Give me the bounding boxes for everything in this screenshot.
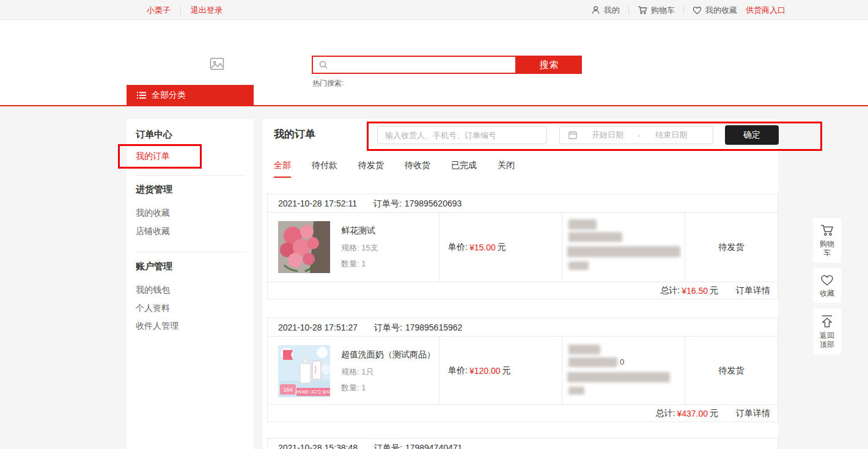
sidebar-section-account-mgmt: 账户管理 [136, 261, 172, 272]
order-footer: 总计: ¥437.00 元 订单详情 [268, 404, 778, 422]
order-detail-link[interactable]: 订单详情 [736, 408, 770, 419]
product-name[interactable]: 鲜花测试 [341, 225, 378, 236]
order-no: 179895615962 [405, 318, 462, 336]
order-no-label: 订单号: [374, 439, 402, 449]
unit-price-suffix: 元 [502, 365, 511, 376]
end-date-placeholder[interactable]: 结束日期 [655, 130, 687, 141]
search-input[interactable] [328, 57, 515, 73]
float-toolbar: 购物车 收藏 返回顶部 [813, 218, 841, 354]
sidebar-section-purchase-mgmt: 进货管理 [136, 184, 172, 195]
tab-all[interactable]: 全部 [274, 160, 291, 178]
divider [134, 252, 246, 252]
order-header: 2021-10-28 17:51:27 订单号: 179895615962 [268, 318, 778, 337]
unit-price-cell: 单价: ¥120.00 元 [439, 337, 562, 404]
back-to-top-button[interactable]: 返回顶部 [813, 308, 841, 354]
tab-pending-receipt[interactable]: 待收货 [405, 160, 430, 178]
sidebar-item-my-favorites[interactable]: 我的收藏 [136, 208, 170, 219]
recipient-visible-fragment: 0 [620, 357, 624, 367]
unit-price-cell: 单价: ¥15.00 元 [439, 213, 562, 282]
product-cell: 鲜花测试 规格: 15支 数量: 1 [268, 213, 439, 282]
order-datetime: 2021-10-28 15:38:48 [278, 439, 358, 449]
main-panel: 我的订单 开始日期 - 结束日期 确定 全部 待付款 待发货 待收货 已完成 关… [263, 119, 778, 449]
total-value: ¥437.00 [677, 409, 708, 418]
username-link[interactable]: 小栗子 [147, 5, 171, 16]
search-box [312, 56, 517, 74]
total-value: ¥16.50 [682, 286, 708, 296]
divider [628, 6, 629, 14]
order-body: 鲜花测试 规格: 15支 数量: 1 单价: ¥15.00 元 待发货 [268, 213, 778, 282]
menu-list-icon [137, 92, 146, 99]
total-label: 总计: [656, 408, 675, 419]
product-quantity: 数量: 1 [341, 382, 435, 393]
sidebar-item-my-wallet[interactable]: 我的钱包 [136, 285, 170, 296]
hot-search-label: 热门搜索: [312, 78, 344, 89]
sidebar-item-my-orders[interactable]: 我的订单 [136, 151, 170, 162]
sidebar-item-profile[interactable]: 个人资料 [136, 303, 170, 314]
date-range-picker[interactable]: 开始日期 - 结束日期 [559, 126, 713, 144]
date-separator: - [638, 131, 641, 140]
redacted-text [568, 345, 600, 354]
divider [180, 6, 181, 14]
product-cell: 184 2件8折! 买2立省92 超值洗面奶（测试商品） 规格: 1只 数量: … [268, 337, 439, 404]
recipient-cell-redacted [562, 213, 685, 282]
redacted-text [568, 219, 597, 230]
unit-price-label: 单价: [448, 242, 468, 253]
my-account-label: 我的 [604, 5, 620, 16]
calendar-icon [568, 131, 577, 139]
sidebar: 订单中心 我的订单 进货管理 我的收藏 店铺收藏 账户管理 我的钱包 个人资料 … [127, 119, 254, 449]
cart-link[interactable]: 购物车 [638, 5, 675, 16]
product-spec: 规格: 15支 [341, 243, 378, 254]
page-title: 我的订单 [274, 127, 315, 141]
image-badge-price: 184 [283, 387, 292, 393]
total-label: 总计: [660, 285, 680, 296]
logout-link[interactable]: 退出登录 [191, 5, 223, 16]
page: 小栗子 退出登录 我的 购物车 我 [0, 0, 868, 449]
tab-completed[interactable]: 已完成 [451, 160, 477, 178]
favorites-label: 我的收藏 [705, 5, 737, 16]
sidebar-section-order-center: 订单中心 [136, 129, 172, 141]
topbar: 小栗子 退出登录 我的 购物车 我 [0, 0, 868, 20]
supplier-entrance-link[interactable]: 供货商入口 [746, 5, 785, 16]
all-categories-label: 全部分类 [152, 90, 186, 101]
product-image-cleanser[interactable]: 184 2件8折! 买2立省92 [278, 345, 330, 397]
product-name[interactable]: 超值洗面奶（测试商品） [341, 349, 435, 360]
start-date-placeholder[interactable]: 开始日期 [592, 130, 623, 141]
order-no: 179895620693 [405, 194, 462, 212]
recipient-cell-redacted: 0 [562, 337, 685, 404]
sidebar-item-recipient-mgmt[interactable]: 收件人管理 [136, 321, 178, 332]
back-to-top-label: 返回顶部 [819, 331, 835, 349]
unit-price-value: ¥15.00 [469, 243, 496, 252]
tab-pending-shipment[interactable]: 待发货 [358, 160, 384, 178]
heart-icon [693, 6, 702, 15]
favorites-link[interactable]: 我的收藏 [693, 5, 737, 16]
redacted-text [568, 232, 622, 242]
float-favorite-button[interactable]: 收藏 [813, 268, 841, 303]
unit-price-value: ¥120.00 [469, 366, 501, 376]
float-cart-label: 购物车 [819, 239, 835, 258]
tab-pending-payment[interactable]: 待付款 [312, 160, 337, 178]
total-suffix: 元 [710, 285, 718, 296]
unit-price-label: 单价: [448, 365, 468, 376]
order-datetime: 2021-10-28 17:51:27 [278, 318, 358, 336]
float-cart-button[interactable]: 购物车 [813, 218, 841, 263]
order-detail-link[interactable]: 订单详情 [736, 285, 770, 296]
cart-label: 购物车 [651, 5, 675, 16]
order-no-label: 订单号: [374, 318, 402, 336]
search-icon [318, 60, 328, 70]
order-keyword-input[interactable] [377, 126, 547, 144]
redacted-text [568, 357, 617, 367]
confirm-button[interactable]: 确定 [725, 125, 779, 145]
redacted-text [567, 372, 670, 382]
product-image-flowers[interactable] [278, 221, 330, 273]
image-badge-promo: 2件8折! 买2立省92 [295, 390, 330, 395]
product-info: 超值洗面奶（测试商品） 规格: 1只 数量: 1 [341, 349, 435, 398]
my-account-link[interactable]: 我的 [591, 5, 620, 16]
sidebar-item-shop-favorites[interactable]: 店铺收藏 [136, 226, 170, 237]
order-card: 2021-10-28 15:38:48 订单号: 179894740471 [267, 438, 778, 449]
all-categories-button[interactable]: 全部分类 [127, 85, 254, 105]
tab-closed[interactable]: 关闭 [498, 160, 515, 178]
redacted-text [567, 246, 680, 257]
order-footer: 总计: ¥16.50 元 订单详情 [268, 282, 778, 299]
search-button[interactable]: 搜索 [517, 56, 582, 74]
redacted-text [568, 387, 584, 395]
